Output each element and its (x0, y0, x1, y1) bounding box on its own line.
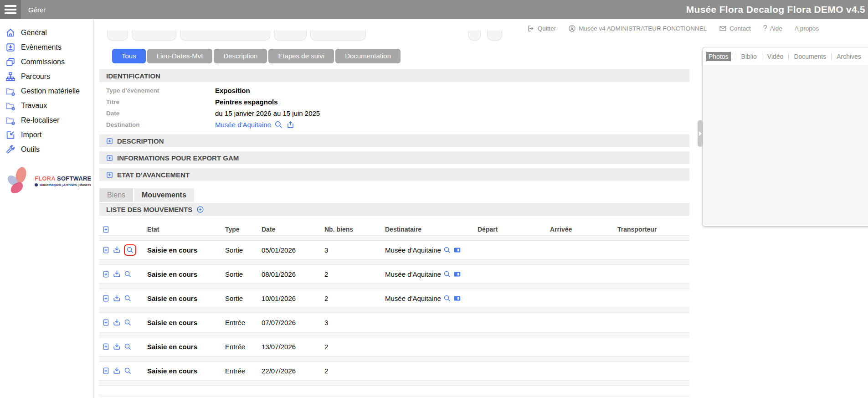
import-tray-icon[interactable] (113, 246, 121, 254)
field-label: Titre (99, 98, 215, 105)
add-mouvement-icon[interactable] (196, 206, 204, 213)
sidebar-item-label: Parcours (21, 72, 50, 81)
add-icon[interactable] (102, 319, 110, 326)
toolbar-button[interactable] (310, 31, 366, 41)
toolbar-button[interactable] (487, 31, 502, 41)
add-icon[interactable] (102, 270, 110, 278)
search-icon[interactable] (124, 319, 132, 326)
search-icon[interactable] (443, 295, 451, 302)
search-icon[interactable] (443, 246, 451, 254)
column-header: Transporteur (617, 226, 689, 233)
date-cell: 22/07/2026 (262, 367, 324, 375)
tab-tous[interactable]: Tous (112, 49, 146, 63)
sitemap-icon (5, 72, 15, 82)
sidebar-item-relocaliser[interactable]: Re-localiser (0, 113, 93, 128)
date-cell: 07/07/2026 (262, 319, 324, 326)
type-cell: Sortie (225, 270, 262, 278)
quitter-button[interactable]: Quitter (527, 25, 556, 32)
toolbar-button[interactable] (274, 31, 307, 41)
tab-documents[interactable]: Documents (794, 53, 826, 60)
search-icon[interactable] (126, 246, 134, 254)
tab-biblio[interactable]: Biblio (741, 53, 757, 60)
date-cell: 08/01/2026 (262, 270, 324, 278)
search-icon[interactable] (443, 270, 451, 278)
sidebar-item-gestion-materielle[interactable]: Gestion matérielle (0, 84, 93, 98)
description-section-header[interactable]: DESCRIPTION (99, 134, 689, 147)
sidebar-item-evenements[interactable]: Evènements (0, 40, 93, 55)
type-evenement-value: Exposition (215, 87, 250, 94)
panel-collapse-handle[interactable] (698, 120, 703, 147)
toolbar-button[interactable] (468, 31, 481, 41)
destination-link[interactable]: Musée d'Aquitaine (215, 121, 271, 129)
folder-globe-icon (5, 101, 15, 111)
search-icon[interactable] (124, 295, 132, 302)
date-cell: 05/01/2026 (262, 246, 324, 254)
table-row: Saisie en cours Entrée 07/07/2026 3 (99, 313, 689, 332)
window-icon[interactable] (453, 246, 461, 254)
aide-button[interactable]: ? Aide (763, 24, 782, 32)
section-title: DESCRIPTION (117, 137, 164, 145)
current-user[interactable]: Musée v4 ADMINISTRATEUR FONCTIONNEL (568, 25, 707, 32)
utility-bar: Quitter Musée v4 ADMINISTRATEUR FONCTION… (527, 24, 819, 32)
avancement-section-header[interactable]: ETAT D'AVANCEMENT (99, 168, 689, 181)
nb-biens-cell: 3 (324, 246, 385, 254)
search-icon[interactable] (124, 367, 132, 375)
tab-lieu-dates-mvt[interactable]: Lieu-Dates-Mvt (147, 49, 213, 63)
media-panel-tabs: Photos Biblio Vidéo Documents Archives (703, 47, 868, 65)
sidebar-item-label: Travaux (21, 102, 47, 110)
toolbar-button[interactable] (180, 31, 270, 41)
tab-archives[interactable]: Archives (837, 53, 861, 60)
import-tray-icon[interactable] (113, 342, 121, 351)
search-icon[interactable] (124, 270, 132, 278)
apropos-button[interactable]: A propos (795, 25, 819, 32)
table-row: Saisie en cours Entrée 22/07/2026 2 (99, 362, 689, 380)
sidebar-item-commissions[interactable]: Commissions (0, 55, 93, 69)
window-icon[interactable] (453, 270, 461, 278)
sidebar-item-parcours[interactable]: Parcours (0, 69, 93, 84)
add-row-icon[interactable] (102, 226, 110, 233)
flora-petals-icon (4, 164, 32, 197)
add-icon[interactable] (102, 246, 110, 254)
nb-biens-cell: 3 (324, 319, 385, 326)
sidebar-item-import[interactable]: Import (0, 128, 93, 142)
hamburger-menu-icon[interactable] (0, 0, 21, 19)
add-icon[interactable] (102, 343, 110, 351)
export-gam-section-header[interactable]: INFORMATIONS POUR EXPORT GAM (99, 151, 689, 164)
tab-description[interactable]: Description (214, 49, 267, 63)
column-header: Etat (147, 226, 225, 233)
media-panel: Photos Biblio Vidéo Documents Archives (702, 47, 868, 227)
search-icon[interactable] (124, 343, 132, 351)
tab-etapes-de-suivi[interactable]: Etapes de suivi (268, 49, 334, 63)
brand-dot-icon (35, 183, 38, 186)
toolbar-button[interactable] (107, 31, 128, 41)
biens-mouvements-tabs: Biens Mouvements (99, 188, 689, 202)
expand-plus-icon[interactable] (106, 155, 113, 161)
tab-biens[interactable]: Biens (99, 188, 133, 202)
sidebar-item-general[interactable]: Général (0, 26, 93, 40)
contact-button[interactable]: Contact (719, 25, 751, 32)
search-icon[interactable] (274, 120, 283, 129)
import-tray-icon[interactable] (113, 367, 121, 375)
nb-biens-cell: 2 (324, 270, 385, 278)
sidebar-item-travaux[interactable]: Travaux (0, 98, 93, 113)
import-tray-icon[interactable] (113, 318, 121, 327)
tab-video[interactable]: Vidéo (767, 53, 784, 60)
tab-photos[interactable]: Photos (706, 52, 731, 61)
nb-biens-cell: 2 (324, 343, 385, 351)
expand-plus-icon[interactable] (106, 138, 113, 145)
import-tray-icon[interactable] (113, 270, 121, 279)
date-cell: 13/07/2026 (262, 343, 324, 351)
column-header: Départ (478, 226, 550, 233)
toolbar-button[interactable] (132, 31, 176, 41)
column-header: Arrivée (550, 226, 617, 233)
add-icon[interactable] (102, 295, 110, 302)
import-tray-icon[interactable] (113, 294, 121, 303)
tab-documentation[interactable]: Documentation (335, 49, 401, 63)
identification-fields: Type d'évènement Exposition Titre Peintr… (99, 82, 689, 130)
expand-plus-icon[interactable] (106, 171, 113, 178)
sidebar-item-outils[interactable]: Outils (0, 142, 93, 157)
add-icon[interactable] (102, 367, 110, 375)
tab-mouvements[interactable]: Mouvements (134, 188, 194, 202)
window-icon[interactable] (453, 295, 461, 302)
open-record-icon[interactable] (286, 120, 295, 129)
